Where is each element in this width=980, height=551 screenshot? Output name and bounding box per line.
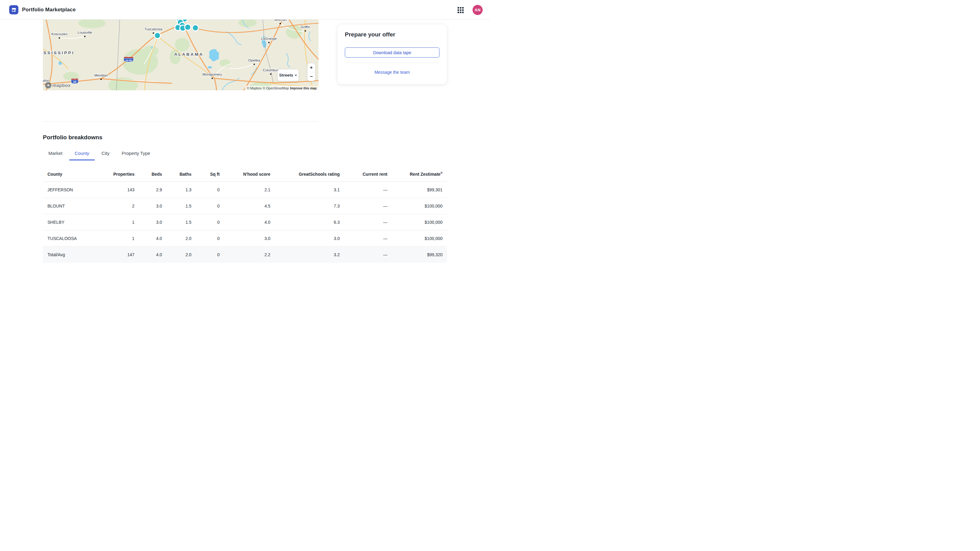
table-cell: 6.3: [270, 214, 340, 230]
apps-grid-icon[interactable]: [456, 6, 465, 14]
column-header: Baths: [162, 167, 191, 181]
table-cell: 3.0: [270, 230, 340, 246]
tab-market[interactable]: Market: [43, 147, 68, 160]
table-cell: 0: [191, 214, 220, 230]
table-cell: 0: [191, 198, 220, 214]
table-cell: 4.0: [134, 246, 162, 263]
table-cell: 0: [191, 181, 220, 198]
prepare-offer-card: Prepare your offer Download data tape Me…: [337, 24, 447, 84]
table-cell: 1: [95, 230, 134, 246]
city-label: Kosciusko: [51, 32, 67, 36]
table-cell: —: [340, 214, 387, 230]
breakdown-table: CountyPropertiesBedsBathsSq ftN'hood sco…: [43, 167, 447, 263]
city-label: Columbus: [263, 68, 279, 72]
table-cell: 0: [191, 230, 220, 246]
map-style-selector[interactable]: Streets: [277, 69, 299, 81]
column-header: County: [43, 167, 95, 181]
column-header: GreatSchools rating: [270, 167, 340, 181]
avatar[interactable]: AN: [473, 5, 483, 15]
page-title: Portfolio Marketplace: [22, 0, 76, 20]
table-cell: —: [340, 198, 387, 214]
city-label: Tuscaloosa: [145, 27, 162, 31]
column-header: Current rent: [340, 167, 387, 181]
table-cell: 3.2: [270, 246, 340, 263]
improve-map-link[interactable]: Improve this map: [290, 86, 317, 90]
city-label: Louisville: [78, 30, 92, 34]
map-attribution: © Mapbox © OpenStreetMap Improve this ma…: [245, 86, 318, 90]
mapbox-wordmark: mapbox: [52, 83, 70, 88]
table-cell: —: [340, 181, 387, 198]
zoom-out-button[interactable]: −: [307, 72, 315, 81]
table-cell: 2.0: [162, 230, 191, 246]
table-cell: 7.3: [270, 198, 340, 214]
offer-card-divider: [345, 63, 439, 63]
svg-text:20·59: 20·59: [126, 59, 132, 62]
table-cell: 3.0: [134, 214, 162, 230]
tab-property-type[interactable]: Property Type: [116, 147, 156, 160]
table-row: BLOUNT23.01.504.57.3—$100,000: [43, 198, 447, 214]
table-row: JEFFERSON1432.91.302.13.1—$99,301: [43, 181, 447, 198]
column-header: Rent Zestimate®: [387, 167, 447, 181]
property-marker[interactable]: [185, 24, 191, 30]
table-cell: 0: [191, 246, 220, 263]
map-style-label: Streets: [279, 73, 293, 78]
chevron-down-icon: [294, 75, 297, 76]
message-team-link[interactable]: Message the team: [375, 70, 410, 75]
offer-card-title: Prepare your offer: [345, 31, 439, 38]
property-marker[interactable]: [192, 25, 199, 31]
mapbox-logo[interactable]: mapbox: [45, 82, 70, 89]
table-cell: 4.0: [220, 214, 270, 230]
tab-county[interactable]: County: [69, 147, 95, 160]
table-cell: $99,320: [387, 246, 447, 263]
breakdown-tabs: MarketCountyCityProperty Type: [43, 147, 157, 160]
table-row: SHELBY13.01.504.06.3—$100,000: [43, 214, 447, 230]
column-header: Beds: [134, 167, 162, 181]
table-total-row: Total/Avg1474.02.002.23.2—$99,320: [43, 246, 447, 263]
table-cell: TUSCALOOSA: [43, 230, 95, 246]
state-label: ALABAMA: [174, 52, 204, 57]
table-cell: 2.9: [134, 181, 162, 198]
mapbox-attribution-link[interactable]: © Mapbox: [247, 86, 261, 90]
table-cell: 2: [95, 198, 134, 214]
interstate-shield: 20·59: [124, 57, 134, 62]
table-cell: BLOUNT: [43, 198, 95, 214]
property-marker[interactable]: [154, 32, 161, 38]
table-cell: 2.2: [220, 246, 270, 263]
table-cell: 3.0: [134, 198, 162, 214]
column-header: Sq ft: [191, 167, 220, 181]
map-canvas: SSISSIPPIALABAMAKosciuskoLouisvilleTusca…: [43, 20, 318, 90]
table-row: TUSCALOOSA14.02.003.03.0—$100,000: [43, 230, 447, 246]
table-cell: SHELBY: [43, 214, 95, 230]
section-divider: [43, 121, 318, 122]
table-cell: 1.3: [162, 181, 191, 198]
table-cell: $100,000: [387, 214, 447, 230]
zoom-in-button[interactable]: +: [307, 64, 315, 72]
table-cell: 4.5: [220, 198, 270, 214]
map-zoom-control: + −: [307, 63, 315, 81]
city-label: Meridian: [94, 73, 108, 77]
map[interactable]: SSISSIPPIALABAMAKosciuskoLouisvilleTusca…: [43, 20, 318, 90]
table-cell: 2.0: [162, 246, 191, 263]
table-cell: 1.5: [162, 214, 191, 230]
city-label: Newnan: [274, 20, 286, 21]
table-cell: 4.0: [134, 230, 162, 246]
state-label: SSISSIPPI: [43, 51, 75, 55]
table-cell: Total/Avg: [43, 246, 95, 263]
table-cell: 147: [95, 246, 134, 263]
tab-city[interactable]: City: [96, 147, 115, 160]
table-cell: JEFFERSON: [43, 181, 95, 198]
table-cell: —: [340, 230, 387, 246]
storefront-icon: [11, 7, 17, 13]
table-cell: $100,000: [387, 198, 447, 214]
osm-attribution-link[interactable]: © OpenStreetMap: [263, 86, 289, 90]
app-logo[interactable]: [9, 5, 18, 14]
table-cell: 143: [95, 181, 134, 198]
city-label: Opelika: [248, 59, 261, 62]
column-header: N'hood score: [220, 167, 270, 181]
table-header-row: CountyPropertiesBedsBathsSq ftN'hood sco…: [43, 167, 447, 181]
city-label: Montgomery: [202, 73, 222, 76]
table-cell: $99,301: [387, 181, 447, 198]
download-data-tape-button[interactable]: Download data tape: [345, 48, 439, 57]
table-cell: 1: [95, 214, 134, 230]
svg-text:20: 20: [73, 81, 76, 84]
